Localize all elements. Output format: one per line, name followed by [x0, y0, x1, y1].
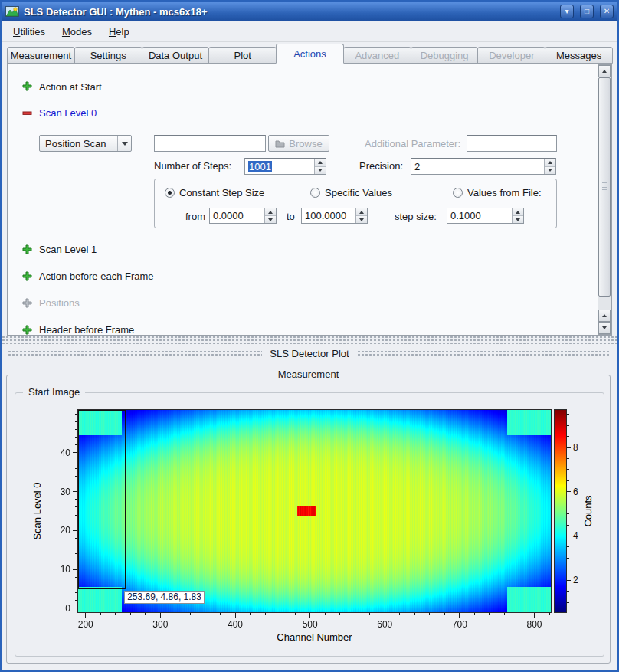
splitter-handle[interactable]	[2, 336, 617, 345]
tab-messages[interactable]: Messages	[545, 47, 613, 64]
action-at-start-label[interactable]: Action at Start	[39, 81, 102, 93]
spin-down-button[interactable]	[265, 216, 276, 223]
scroll-up-button[interactable]	[598, 65, 611, 77]
colorbar	[554, 409, 567, 613]
to-spinbox[interactable]: 100.0000	[301, 208, 368, 224]
x-major-tick	[310, 613, 310, 618]
y-minor-tick	[75, 437, 77, 438]
vertical-scrollbar[interactable]	[598, 64, 611, 335]
spin-up-button[interactable]	[265, 208, 276, 216]
x-minor-tick	[190, 613, 191, 615]
x-minor-tick	[295, 613, 296, 615]
y-minor-tick	[75, 499, 77, 500]
radio-dot-icon	[310, 188, 320, 198]
menu-modes[interactable]: Modes	[55, 24, 99, 40]
spin-down-button[interactable]	[513, 216, 523, 223]
y-major-tick	[73, 452, 77, 453]
position-tooltip: 253.69, 4.86, 1.83	[124, 591, 205, 604]
scroll-down-button[interactable]	[598, 322, 611, 334]
y-major-tick	[73, 530, 77, 531]
spin-up-button[interactable]	[356, 208, 367, 216]
additional-parameter-input[interactable]	[467, 135, 557, 152]
x-major-tick	[459, 613, 460, 618]
expand-icon-positions-disabled	[22, 298, 32, 308]
y-minor-tick	[75, 468, 77, 469]
y-major-tick	[73, 491, 77, 492]
colorbar-minor-tick	[567, 425, 569, 426]
x-tick-label: 500	[295, 619, 326, 630]
titlebar[interactable]: SLS Detector GUI : Mythen - mcs6x18+ ▾ □…	[2, 2, 617, 21]
colorbar-minor-tick	[567, 591, 569, 592]
action-before-each-frame-label[interactable]: Action before each Frame	[39, 270, 154, 282]
spin-down-button[interactable]	[356, 216, 367, 223]
minimize-button[interactable]: ▾	[560, 5, 574, 18]
x-minor-tick	[355, 613, 355, 615]
spin-up-button[interactable]	[315, 159, 326, 167]
menubar: Utilities Modes Help	[2, 21, 617, 42]
heatmap-canvas[interactable]	[77, 409, 552, 613]
colorbar-minor-tick	[567, 525, 569, 526]
scan-level-0-label[interactable]: Scan Level 0	[39, 107, 97, 119]
spin-down-button[interactable]	[545, 167, 555, 175]
maximize-button[interactable]: □	[580, 5, 594, 18]
chevron-down-icon[interactable]	[117, 136, 131, 151]
number-of-steps-spinbox[interactable]: 1001	[244, 158, 326, 175]
colorbar-major-tick	[567, 491, 571, 492]
x-minor-tick	[175, 613, 175, 615]
scan-file-input[interactable]	[154, 135, 266, 152]
expand-icon-header-before-frame[interactable]	[22, 325, 32, 335]
y-minor-tick	[75, 429, 77, 430]
colorbar-minor-tick	[567, 546, 569, 547]
from-label: from	[185, 211, 205, 222]
x-tick-label: 300	[145, 619, 175, 630]
colorbar-minor-tick	[567, 458, 569, 459]
x-axis-title: Channel Number	[78, 631, 551, 643]
close-button[interactable]: ✕	[600, 5, 614, 18]
scan-mode-select[interactable]: Position Scan	[39, 135, 132, 152]
radio-values-from-file[interactable]: Values from File:	[453, 187, 542, 198]
scrollbar-thumb[interactable]	[598, 77, 611, 297]
x-major-tick	[534, 613, 535, 618]
scan-level-1-label[interactable]: Scan Level 1	[39, 244, 97, 255]
step-size-spinbox[interactable]: 0.1000	[447, 208, 524, 224]
spin-up-button[interactable]	[545, 159, 555, 167]
header-before-frame-label[interactable]: Header before Frame	[39, 324, 134, 336]
colorbar-minor-tick	[567, 436, 569, 437]
spin-up-button[interactable]	[513, 208, 523, 216]
expand-icon-action-before-each-frame[interactable]	[22, 271, 32, 281]
y-minor-tick	[75, 523, 77, 523]
scroll-up-button-bottom[interactable]	[598, 310, 611, 322]
y-minor-tick	[75, 592, 77, 593]
plot-dock-titlebar[interactable]: SLS Detector Plot	[2, 345, 617, 362]
spin-down-button[interactable]	[315, 167, 326, 175]
expand-icon-action-at-start[interactable]	[22, 81, 32, 91]
y-minor-tick	[75, 444, 77, 445]
precision-spinbox[interactable]: 2	[411, 158, 556, 175]
start-image-group: Start Image Scan Level 0 Counts Channel …	[15, 392, 604, 657]
y-minor-tick	[75, 476, 77, 477]
colorbar-major-tick	[567, 447, 571, 448]
y-minor-tick	[75, 506, 77, 507]
tab-settings[interactable]: Settings	[74, 47, 142, 64]
x-tick-label: 400	[220, 619, 251, 630]
y-major-tick	[73, 569, 77, 570]
tab-plot[interactable]: Plot	[208, 47, 277, 64]
menu-help[interactable]: Help	[102, 24, 136, 40]
expand-icon-scan-level-1[interactable]	[22, 244, 32, 254]
collapse-icon-scan-level-0[interactable]	[22, 108, 32, 118]
x-minor-tick	[325, 613, 326, 615]
plot-dock-title: SLS Detector Plot	[270, 348, 349, 359]
window-title: SLS Detector GUI : Mythen - mcs6x18+	[24, 6, 554, 18]
y-minor-tick	[75, 600, 77, 601]
colorbar-minor-tick	[567, 513, 569, 514]
menu-utilities[interactable]: Utilities	[6, 24, 52, 40]
radio-constant-step-size[interactable]: Constant Step Size	[165, 187, 264, 198]
radio-specific-values[interactable]: Specific Values	[310, 187, 392, 198]
browse-button: Browse	[268, 135, 329, 152]
x-major-tick	[235, 613, 236, 618]
tab-data-output[interactable]: Data Output	[142, 47, 210, 64]
tab-actions[interactable]: Actions	[276, 44, 344, 64]
tab-measurement[interactable]: Measurement	[7, 47, 75, 64]
from-spinbox[interactable]: 0.0000	[209, 208, 277, 224]
x-minor-tick	[489, 613, 490, 615]
